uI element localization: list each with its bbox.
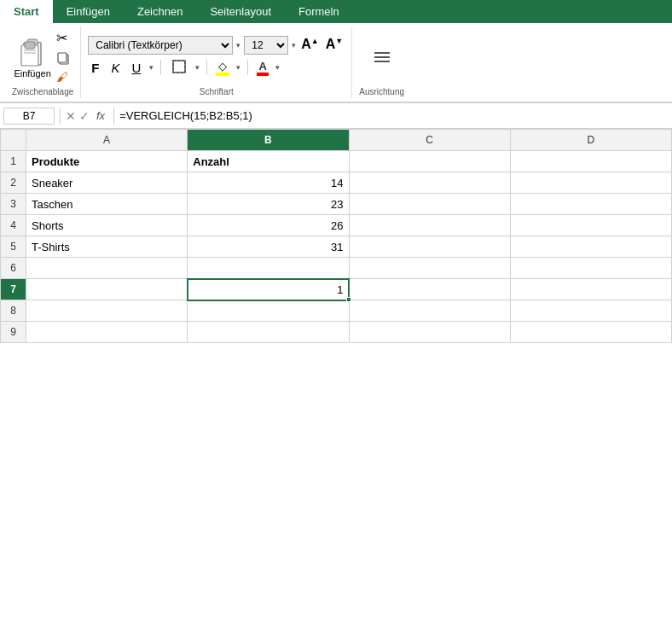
col-header-D[interactable]: D (510, 130, 671, 151)
paste-button[interactable]: Einfügen (14, 36, 50, 79)
separator3 (247, 60, 248, 75)
font-group: Calibri (Textkörper) ▾ 12 ▾ A▲ A▼ F K U (81, 26, 352, 98)
font-name-select[interactable]: Calibri (Textkörper) (88, 36, 233, 55)
copy-icon (56, 51, 70, 65)
tab-einfuegen[interactable]: Einfügen (53, 0, 124, 23)
row-header-4[interactable]: 4 (1, 215, 26, 236)
tab-formeln[interactable]: Formeln (285, 0, 353, 23)
cell-B2[interactable]: 14 (188, 172, 349, 194)
tab-start[interactable]: Start (0, 0, 53, 23)
row-header-1[interactable]: 1 (1, 151, 26, 172)
format-painter-button[interactable]: 🖌 (55, 68, 72, 85)
cancel-formula-icon[interactable]: ✕ (66, 109, 76, 123)
font-color-dropdown[interactable]: ▾ (275, 63, 280, 72)
cell-C9[interactable] (349, 322, 510, 343)
align-line3 (374, 61, 390, 62)
cell-D8[interactable] (510, 300, 671, 322)
underline-button[interactable]: U (128, 59, 144, 77)
increase-font-button[interactable]: A▲ (299, 37, 320, 52)
font-controls: Calibri (Textkörper) ▾ 12 ▾ A▲ A▼ F K U (88, 36, 345, 79)
col-header-A[interactable]: A (26, 130, 188, 151)
cell-C3[interactable] (349, 194, 510, 215)
cell-A3[interactable]: Taschen (26, 194, 188, 215)
font-row1: Calibri (Textkörper) ▾ 12 ▾ A▲ A▼ (88, 36, 345, 55)
bold-button[interactable]: F (88, 59, 102, 77)
decrease-font-button[interactable]: A▼ (324, 37, 345, 52)
cell-C2[interactable] (349, 172, 510, 194)
cell-reference: B7 (3, 108, 55, 125)
cell-D5[interactable] (510, 236, 671, 258)
cell-B4[interactable]: 26 (188, 215, 349, 236)
cell-C1[interactable] (349, 151, 510, 172)
cell-C7[interactable] (349, 279, 510, 300)
paste-label: Einfügen (14, 68, 50, 79)
cell-B9[interactable] (188, 322, 349, 343)
tab-seitenlayout[interactable]: Seitenlayout (196, 0, 285, 23)
cell-A9[interactable] (26, 322, 188, 343)
fill-handle[interactable] (346, 297, 351, 302)
underline-dropdown[interactable]: ▾ (149, 63, 154, 72)
tab-zeichnen[interactable]: Zeichnen (124, 0, 196, 23)
border-dropdown[interactable]: ▾ (195, 63, 200, 72)
cell-B1[interactable]: Anzahl (188, 151, 349, 172)
align-top-row (374, 52, 390, 54)
font-color-button[interactable]: A (255, 58, 270, 78)
row-header-6[interactable]: 6 (1, 258, 26, 279)
row-header-8[interactable]: 8 (1, 300, 26, 322)
alignment-icons (371, 49, 393, 66)
cell-C8[interactable] (349, 300, 510, 322)
cell-B3[interactable]: 23 (188, 194, 349, 215)
table-row: 71 (1, 279, 672, 300)
grid-body: 1ProdukteAnzahl2Sneaker143Taschen234Shor… (1, 151, 672, 343)
ribbon-tab-bar: Start Einfügen Zeichnen Seitenlayout For… (0, 0, 672, 23)
cell-B7[interactable]: 1 (188, 279, 349, 300)
cell-A7[interactable] (26, 279, 188, 300)
font-size-select[interactable]: 12 (244, 36, 288, 55)
cell-D9[interactable] (510, 322, 671, 343)
formula-separator (60, 108, 61, 125)
cell-D1[interactable] (510, 151, 671, 172)
cut-button[interactable]: ✂ (55, 28, 72, 48)
cell-A1[interactable]: Produkte (26, 151, 188, 172)
row-header-2[interactable]: 2 (1, 172, 26, 194)
border-button[interactable] (168, 57, 190, 79)
row-header-7[interactable]: 7 (1, 279, 26, 300)
fill-dropdown[interactable]: ▾ (236, 63, 240, 72)
formula-icons: ✕ ✓ (66, 109, 90, 123)
italic-button[interactable]: K (107, 59, 123, 77)
row-header-3[interactable]: 3 (1, 194, 26, 215)
table-row: 6 (1, 258, 672, 279)
formula-separator2 (113, 108, 114, 125)
clipboard-label: Zwischenablage (12, 85, 73, 96)
font-color-icon: A (257, 60, 269, 76)
confirm-formula-icon[interactable]: ✓ (79, 109, 90, 123)
align-line1 (374, 52, 390, 54)
align-bottom-row (374, 61, 390, 62)
cell-B6[interactable] (188, 258, 349, 279)
table-row: 4Shorts26 (1, 215, 672, 236)
col-header-C[interactable]: C (349, 130, 510, 151)
clipboard-group: Einfügen ✂ 🖌 (5, 26, 81, 98)
cell-A8[interactable] (26, 300, 188, 322)
fill-color-button[interactable]: ◇ (214, 58, 231, 78)
row-header-9[interactable]: 9 (1, 322, 26, 343)
row-header-5[interactable]: 5 (1, 236, 26, 258)
cell-A2[interactable]: Sneaker (26, 172, 188, 194)
cell-D7[interactable] (510, 279, 671, 300)
cell-D2[interactable] (510, 172, 671, 194)
cell-D6[interactable] (510, 258, 671, 279)
paste-icon (19, 36, 46, 68)
copy-button[interactable] (55, 49, 72, 67)
cell-D4[interactable] (510, 215, 671, 236)
cell-D3[interactable] (510, 194, 671, 215)
cell-B5[interactable]: 31 (188, 236, 349, 258)
cell-A5[interactable]: T-Shirts (26, 236, 188, 258)
cell-B8[interactable] (188, 300, 349, 322)
col-header-B[interactable]: B (188, 130, 349, 151)
cell-C4[interactable] (349, 215, 510, 236)
cell-C5[interactable] (349, 236, 510, 258)
cell-A6[interactable] (26, 258, 188, 279)
separator1 (160, 60, 161, 75)
cell-A4[interactable]: Shorts (26, 215, 188, 236)
cell-C6[interactable] (349, 258, 510, 279)
